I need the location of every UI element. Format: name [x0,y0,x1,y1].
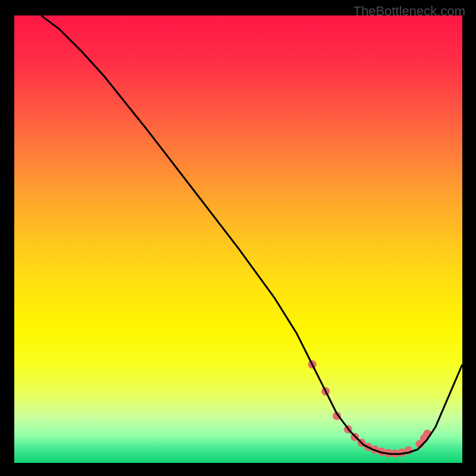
chart-curve-layer [14,15,462,463]
chart-plot-area [14,15,462,463]
bottleneck-curve [41,15,462,454]
watermark-text: TheBottleneck.com [353,4,465,19]
chart-markers [308,361,432,458]
